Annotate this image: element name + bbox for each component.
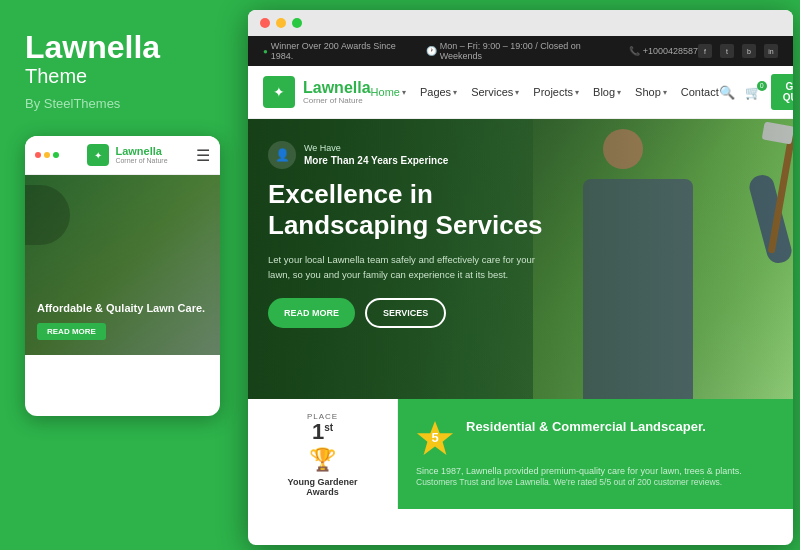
hero-main-title: Excellence in Landscaping Services: [268, 179, 548, 241]
facebook-icon[interactable]: f: [698, 44, 712, 58]
mobile-hamburger-icon[interactable]: ☰: [196, 146, 210, 165]
nav-links: Home ▾ Pages ▾ Services ▾ Projects ▾ Blo…: [371, 86, 719, 98]
mobile-window-dots: [35, 152, 59, 158]
theme-label: Theme: [25, 65, 215, 88]
cart-icon[interactable]: 🛒 0: [745, 85, 761, 100]
mobile-read-more-button[interactable]: READ MORE: [37, 323, 106, 340]
star-number: 5: [416, 419, 454, 457]
promo-desc: Since 1987, Lawnella provided premium-qu…: [416, 465, 775, 478]
award-text: Winner Over 200 Awards Since 1984.: [271, 41, 414, 61]
award-card: PLACE 1st 🏆 Young Gardener Awards: [248, 399, 398, 509]
phone-text: +1000428587: [643, 46, 698, 56]
hero-section: 👤 We Have More Than 24 Years Experince E…: [248, 119, 793, 399]
promo-card: 5 Residential & Commercial Landscaper. S…: [398, 399, 793, 509]
cart-count: 0: [757, 81, 767, 91]
nav-contact[interactable]: Contact: [681, 86, 719, 98]
hero-badge-strong: More Than 24 Years Experince: [304, 154, 448, 167]
cards-row: PLACE 1st 🏆 Young Gardener Awards 5: [248, 399, 793, 509]
browser-window: ● Winner Over 200 Awards Since 1984. 🕐 M…: [248, 10, 793, 545]
site-logo: ✦ Lawnella Corner of Nature: [263, 76, 371, 108]
hero-description: Let your local Lawnella team safely and …: [268, 253, 548, 282]
award-wreath-icon: 🏆: [309, 447, 336, 473]
hero-content: 👤 We Have More Than 24 Years Experince E…: [248, 119, 568, 350]
award-suffix: st: [324, 421, 333, 432]
mobile-logo-text: Lawnella: [115, 146, 167, 157]
hero-read-more-button[interactable]: READ MORE: [268, 298, 355, 328]
nav-logo-text-group: Lawnella Corner of Nature: [303, 80, 371, 105]
brand-author: By SteelThemes: [25, 96, 215, 111]
nav-logo-text: Lawnella: [303, 80, 371, 96]
hero-title-line1: Excellence in: [268, 179, 433, 209]
mobile-hero-section: Affordable & Qulaity Lawn Care. READ MOR…: [25, 175, 220, 355]
top-bar-left: ● Winner Over 200 Awards Since 1984. 🕐 M…: [263, 41, 698, 61]
hero-badge-text: We Have More Than 24 Years Experince: [304, 143, 448, 168]
site-top-bar: ● Winner Over 200 Awards Since 1984. 🕐 M…: [248, 36, 793, 66]
promo-sub-desc: Customers Trust and love Lawnella. We're…: [416, 477, 775, 489]
hero-services-button[interactable]: SERVICES: [365, 298, 446, 328]
mobile-logo-text-group: Lawnella Corner of Nature: [115, 146, 167, 164]
phone-info: 📞 +1000428587: [629, 46, 698, 56]
mobile-dot-red: [35, 152, 41, 158]
twitter-icon[interactable]: t: [720, 44, 734, 58]
promo-title: Residential & Commercial Landscaper.: [466, 419, 706, 435]
site-logo-icon: ✦: [263, 76, 295, 108]
nav-actions: 🔍 🛒 0 GET A QUOTE: [719, 74, 793, 110]
search-icon[interactable]: 🔍: [719, 85, 735, 100]
nav-bar: ✦ Lawnella Corner of Nature Home ▾ Pages…: [248, 66, 793, 119]
hero-badge-icon: 👤: [268, 141, 296, 169]
wheel-decoration: [25, 185, 70, 245]
hero-buttons: READ MORE SERVICES: [268, 298, 548, 328]
mobile-logo: ✦ Lawnella Corner of Nature: [87, 144, 167, 166]
award-number-group: 1st: [312, 421, 333, 443]
award-info: ● Winner Over 200 Awards Since 1984.: [263, 41, 414, 61]
mobile-logo-icon: ✦: [87, 144, 109, 166]
hero-badge: 👤 We Have More Than 24 Years Experince: [268, 141, 548, 169]
nav-home[interactable]: Home ▾: [371, 86, 406, 98]
hours-info: 🕐 Mon – Fri: 9:00 – 19:00 / Closed on We…: [426, 41, 617, 61]
promo-text-group: Residential & Commercial Landscaper.: [466, 419, 706, 435]
hero-title-line2: Landscaping Services: [268, 210, 543, 240]
mobile-dot-green: [53, 152, 59, 158]
browser-dot-green: [292, 18, 302, 28]
mobile-dot-yellow: [44, 152, 50, 158]
mobile-logo-sub: Corner of Nature: [115, 157, 167, 164]
award-number: 1st: [312, 419, 333, 444]
linkedin-icon[interactable]: in: [764, 44, 778, 58]
award-title: Young Gardener Awards: [288, 477, 358, 497]
nav-projects[interactable]: Projects ▾: [533, 86, 579, 98]
browser-dot-yellow: [276, 18, 286, 28]
nav-pages[interactable]: Pages ▾: [420, 86, 457, 98]
nav-shop[interactable]: Shop ▾: [635, 86, 667, 98]
mobile-mockup: ✦ Lawnella Corner of Nature ☰ Affordable…: [25, 136, 220, 416]
award-dot-icon: ●: [263, 47, 268, 56]
nav-services[interactable]: Services ▾: [471, 86, 519, 98]
get-quote-button[interactable]: GET A QUOTE: [771, 74, 793, 110]
award-title-line2: Awards: [306, 487, 338, 497]
star-badge: 5: [416, 419, 454, 457]
nav-logo-sub: Corner of Nature: [303, 96, 371, 105]
award-title-line1: Young Gardener: [288, 477, 358, 487]
mobile-hero-title: Affordable & Qulaity Lawn Care.: [37, 301, 208, 315]
browser-chrome: [248, 10, 793, 36]
promo-top: 5 Residential & Commercial Landscaper.: [416, 419, 775, 457]
top-bar-right: f t b in: [698, 44, 778, 58]
nav-blog[interactable]: Blog ▾: [593, 86, 621, 98]
browser-dot-red: [260, 18, 270, 28]
brand-title: Lawnella: [25, 30, 215, 65]
left-panel: Lawnella Theme By SteelThemes ✦ Lawnella…: [0, 0, 240, 550]
mobile-top-bar: ✦ Lawnella Corner of Nature ☰: [25, 136, 220, 175]
behance-icon[interactable]: b: [742, 44, 756, 58]
hours-text: Mon – Fri: 9:00 – 19:00 / Closed on Week…: [440, 41, 617, 61]
